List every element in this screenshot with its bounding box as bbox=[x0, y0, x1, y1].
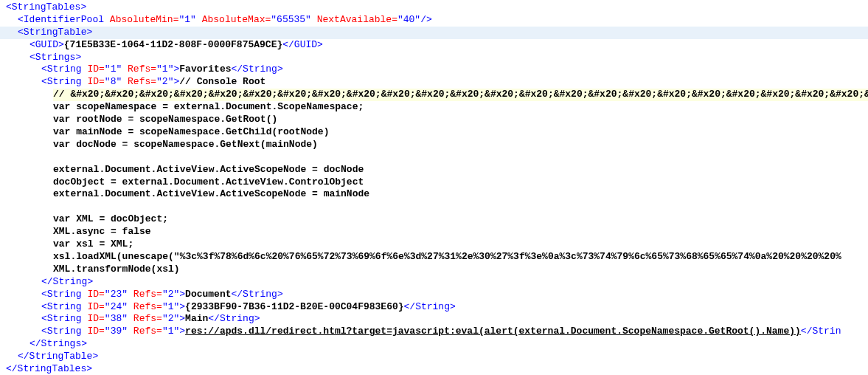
code-text: var docNode = scopeNamespace.GetNext(mai… bbox=[53, 139, 318, 150]
tag-close: </Strings> bbox=[29, 338, 87, 349]
xml-line: external.Document.ActiveView.ActiveScope… bbox=[0, 164, 868, 176]
attr-name: Refs= bbox=[128, 76, 156, 87]
code-text: var XML = docObject; bbox=[53, 213, 168, 224]
xml-line: <String ID="8" Refs="2">// Console Root bbox=[0, 76, 868, 89]
tag-mid: > bbox=[179, 326, 185, 337]
xml-line: <IdentifierPool AbsoluteMin="1" Absolute… bbox=[0, 14, 868, 27]
attr-value: "2" bbox=[162, 313, 179, 324]
tag-mid: > bbox=[179, 289, 185, 300]
attr-name: ID= bbox=[87, 313, 104, 324]
attr-value: "1" bbox=[162, 326, 179, 337]
blank-line bbox=[0, 201, 868, 213]
xml-line: var xsl = XML; bbox=[0, 238, 868, 251]
xml-line-entities: // &#x20;&#x20;&#x20;&#x20;&#x20;&#x20;&… bbox=[0, 89, 868, 101]
tag-open: <String bbox=[41, 313, 87, 324]
xml-line: <String ID="1" Refs="1">Favorites</Strin… bbox=[0, 63, 868, 76]
xml-line: </StringTables> bbox=[0, 363, 868, 375]
attr-name: AbsoluteMax= bbox=[202, 14, 271, 25]
attr-value: "1" bbox=[105, 63, 122, 75]
attr-name: ID= bbox=[87, 326, 104, 337]
xml-line: docObject = external.Document.ActiveView… bbox=[0, 176, 868, 189]
tag-open: <Strings> bbox=[29, 52, 81, 63]
tag-close: </String> bbox=[404, 301, 456, 312]
code-text: XML.transformNode(xsl) bbox=[53, 264, 180, 275]
xml-line: xsl.loadXML(unescape("%3c%3f%78%6d%6c%20… bbox=[0, 251, 868, 264]
xml-line: </StringTable> bbox=[0, 351, 868, 363]
attr-name: ID= bbox=[87, 289, 104, 300]
tag-close: </String> bbox=[41, 276, 93, 287]
xml-line: var scopeNamespace = external.Document.S… bbox=[0, 101, 868, 114]
tag-open: <IdentifierPool bbox=[18, 14, 110, 25]
tag-close: </String> bbox=[232, 63, 283, 75]
code-text: external.Document.ActiveView.ActiveScope… bbox=[53, 188, 369, 199]
attr-value: "24" bbox=[105, 301, 128, 312]
xml-line: <String ID="23" Refs="2">Document</Strin… bbox=[0, 289, 868, 301]
tag-mid: > bbox=[179, 313, 185, 324]
code-text: external.Document.ActiveView.ActiveScope… bbox=[53, 164, 364, 175]
attr-value: "1" bbox=[162, 301, 179, 312]
attr-name: Refs= bbox=[133, 301, 162, 312]
tag-close: </Strin bbox=[801, 326, 841, 337]
attr-name: Refs= bbox=[133, 326, 162, 337]
attr-name: Refs= bbox=[133, 313, 162, 324]
attr-value: "39" bbox=[105, 326, 128, 337]
attr-value: "23" bbox=[105, 289, 128, 300]
url-text: res://apds.dll/redirect.html?target=java… bbox=[185, 326, 801, 337]
xml-line: <Strings> bbox=[0, 52, 868, 64]
tag-open: <String bbox=[41, 326, 87, 337]
code-text: XML.async = false bbox=[53, 226, 151, 237]
text-content: {2933BF90-7B36-11D2-B20E-00C04F983E60} bbox=[185, 301, 403, 312]
code-text: var rootNode = scopeNamespace.GetRoot() bbox=[53, 114, 277, 125]
xml-line: </Strings> bbox=[0, 338, 868, 351]
tag-open: <StringTables> bbox=[6, 1, 86, 13]
xml-line: external.Document.ActiveView.ActiveScope… bbox=[0, 188, 868, 201]
attr-name: Refs= bbox=[128, 63, 156, 75]
attr-name: Refs= bbox=[133, 289, 162, 300]
tag-close: </GUID> bbox=[282, 39, 323, 50]
tag-close: </String> bbox=[208, 313, 260, 324]
code-text: var xsl = XML; bbox=[53, 238, 133, 250]
xml-line: XML.async = false bbox=[0, 226, 868, 238]
code-text: docObject = external.Document.ActiveView… bbox=[53, 176, 364, 188]
tag-open: <String bbox=[41, 289, 87, 300]
tag-open: <String bbox=[41, 301, 87, 312]
tag-close: </String> bbox=[232, 289, 283, 300]
tag-open: <String bbox=[41, 76, 87, 87]
attr-value: "65535" bbox=[271, 14, 311, 25]
entity-text: // &#x20;&#x20;&#x20;&#x20;&#x20;&#x20;&… bbox=[53, 89, 868, 101]
tag-close: </StringTable> bbox=[18, 351, 98, 362]
text-content: Favorites bbox=[179, 63, 231, 75]
code-text: var mainNode = scopeNamespace.GetChild(r… bbox=[53, 126, 329, 137]
xml-line: var docNode = scopeNamespace.GetNext(mai… bbox=[0, 139, 868, 151]
text-content: {71E5B33E-1064-11D2-808F-0000F875A9CE} bbox=[64, 39, 282, 50]
xml-line: </String> bbox=[0, 276, 868, 289]
blank-line bbox=[0, 151, 868, 164]
attr-value: "2" bbox=[156, 76, 173, 87]
attr-name: ID= bbox=[87, 76, 104, 87]
attr-value: "8" bbox=[105, 76, 122, 87]
tag-mid: > bbox=[179, 301, 185, 312]
xml-line: var rootNode = scopeNamespace.GetRoot() bbox=[0, 114, 868, 126]
xml-line: <String ID="39" Refs="1">res://apds.dll/… bbox=[0, 326, 868, 338]
attr-name: ID= bbox=[87, 301, 104, 312]
text-content: // Console Root bbox=[179, 76, 265, 87]
xml-line: XML.transformNode(xsl) bbox=[0, 264, 868, 276]
attr-name: ID= bbox=[87, 63, 104, 75]
attr-name: AbsoluteMin= bbox=[110, 14, 179, 25]
tag-open: <GUID> bbox=[29, 39, 64, 50]
text-content: Main bbox=[185, 313, 208, 324]
code-text: var scopeNamespace = external.Document.S… bbox=[53, 101, 364, 112]
xml-line: var XML = docObject; bbox=[0, 213, 868, 226]
attr-value: "1" bbox=[156, 63, 173, 75]
attr-value: "2" bbox=[162, 289, 179, 300]
xml-line: <GUID>{71E5B33E-1064-11D2-808F-0000F875A… bbox=[0, 39, 868, 52]
code-text: xsl.loadXML(unescape("%3c%3f%78%6d%6c%20… bbox=[53, 251, 841, 262]
xml-line: var mainNode = scopeNamespace.GetChild(r… bbox=[0, 126, 868, 139]
attr-name: NextAvailable= bbox=[317, 14, 397, 25]
tag-close: /> bbox=[420, 14, 432, 25]
attr-value: "40" bbox=[397, 14, 420, 25]
text-content: Document bbox=[185, 289, 231, 300]
tag-open: <StringTable> bbox=[18, 27, 92, 38]
tag-close: </StringTables> bbox=[6, 363, 92, 374]
attr-value: "38" bbox=[105, 313, 128, 324]
